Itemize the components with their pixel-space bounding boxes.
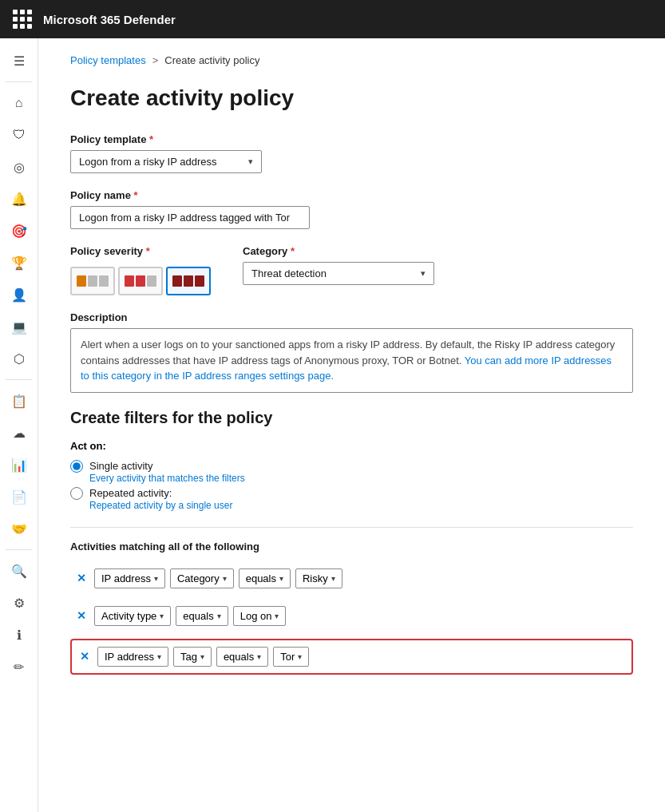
repeated-activity-radio[interactable] — [70, 487, 83, 500]
breadcrumb-policy-templates[interactable]: Policy templates — [70, 54, 146, 66]
policy-name-label: Policy name — [70, 189, 633, 201]
policy-name-section: Policy name — [70, 189, 633, 229]
filter-row-1: ✕ IP address ▾ Category ▾ equals ▾ Risky… — [70, 564, 633, 593]
filter-row-3-col2[interactable]: Tag ▾ — [173, 647, 212, 667]
description-label: Description — [70, 311, 633, 323]
breadcrumb: Policy templates > Create activity polic… — [70, 54, 633, 66]
user-icon[interactable]: 👤 — [5, 280, 34, 309]
breadcrumb-current: Create activity policy — [164, 54, 259, 66]
settings-icon[interactable]: ⚙ — [5, 588, 34, 617]
repeated-activity-label: Repeated activity: — [89, 487, 172, 499]
report-icon[interactable]: 📄 — [5, 482, 34, 511]
filter-row-1-col3-arrow: ▾ — [279, 574, 283, 583]
activities-label: Activities matching all of the following — [70, 541, 633, 553]
filters-title: Create filters for the policy — [70, 409, 633, 427]
filter-row-3-col4-arrow: ▾ — [298, 652, 302, 661]
severity-medium-button[interactable] — [118, 267, 163, 295]
filter-row-2-col2[interactable]: equals ▾ — [176, 606, 228, 626]
filter-row-2: ✕ Activity type ▾ equals ▾ Log on ▾ — [70, 601, 633, 631]
single-activity-radio[interactable] — [70, 460, 83, 473]
single-activity-label: Single activity — [89, 460, 152, 472]
radar-icon[interactable]: ◎ — [5, 152, 34, 181]
category-label: Category — [243, 245, 434, 257]
policy-template-value: Logon from a risky IP address — [79, 156, 216, 168]
severity-high-button[interactable] — [166, 267, 211, 295]
filter-row-2-col1[interactable]: Activity type ▾ — [94, 606, 171, 626]
filter-row-1-col2[interactable]: Category ▾ — [170, 568, 234, 588]
shield-icon[interactable]: 🛡 — [5, 121, 34, 149]
home-icon[interactable]: ⌂ — [5, 89, 34, 117]
filter-row-1-col3[interactable]: equals ▾ — [239, 568, 291, 588]
category-select[interactable]: Threat detection ▾ — [243, 262, 434, 285]
filter-row-2-col3[interactable]: Log on ▾ — [233, 606, 287, 626]
sidebar-divider-1 — [6, 81, 32, 82]
chart-icon[interactable]: 📊 — [5, 450, 34, 479]
description-section: Description Alert when a user logs on to… — [70, 311, 633, 393]
filter-row-1-col2-arrow: ▾ — [223, 574, 227, 583]
filter-row-3-col1-arrow: ▾ — [157, 652, 161, 661]
partner-icon[interactable]: 🤝 — [5, 514, 34, 543]
category-value: Threat detection — [251, 267, 327, 279]
filter-row-1-col4-arrow: ▾ — [331, 574, 335, 583]
policy-name-input[interactable] — [70, 206, 310, 229]
severity-label: Policy severity — [70, 245, 211, 257]
alert-icon[interactable]: 🔔 — [5, 184, 34, 213]
filter-row-1-col4[interactable]: Risky ▾ — [295, 568, 342, 588]
filter-row-2-col2-arrow: ▾ — [217, 612, 221, 620]
severity-category-row: Policy severity — [70, 245, 633, 295]
policy-template-label: Policy template — [70, 133, 633, 145]
sidebar-divider-2 — [6, 379, 32, 380]
menu-icon[interactable]: ☰ — [5, 46, 34, 75]
topbar: Microsoft 365 Defender — [0, 0, 665, 38]
description-box: Alert when a user logs on to your sancti… — [70, 328, 633, 393]
filter-row-3-col3-arrow: ▾ — [257, 652, 261, 661]
severity-buttons — [70, 267, 211, 295]
policy-icon[interactable]: 📋 — [5, 386, 34, 415]
severity-group: Policy severity — [70, 245, 211, 295]
nodes-icon[interactable]: ⬡ — [5, 344, 34, 373]
edit-icon[interactable]: ✏ — [5, 652, 34, 681]
trophy-icon[interactable]: 🏆 — [5, 248, 34, 277]
filter-row-3-col4[interactable]: Tor ▾ — [273, 647, 309, 667]
device-icon[interactable]: 💻 — [5, 312, 34, 341]
policy-template-select[interactable]: Logon from a risky IP address ▾ — [70, 150, 262, 173]
filter-row-1-col1[interactable]: IP address ▾ — [94, 568, 165, 588]
cloud-icon[interactable]: ☁ — [5, 418, 34, 447]
policy-template-section: Policy template Logon from a risky IP ad… — [70, 133, 633, 173]
info-icon[interactable]: ℹ — [5, 620, 34, 649]
filter-row-2-remove[interactable]: ✕ — [77, 609, 89, 622]
section-divider — [70, 527, 633, 528]
category-group: Category Threat detection ▾ — [243, 245, 434, 285]
filter-row-2-col1-arrow: ▾ — [160, 612, 164, 620]
act-on-label: Act on: — [70, 440, 633, 452]
content-area: Policy templates > Create activity polic… — [38, 38, 665, 812]
sidebar: ☰ ⌂ 🛡 ◎ 🔔 🎯 🏆 👤 💻 ⬡ 📋 ☁ 📊 📄 🤝 🔍 ⚙ ℹ ✏ — [0, 38, 38, 812]
hunt-icon[interactable]: 🎯 — [5, 216, 34, 245]
category-arrow-icon: ▾ — [421, 268, 426, 279]
filter-row-3-col3[interactable]: equals ▾ — [216, 647, 268, 667]
filter-row-3-col2-arrow: ▾ — [200, 652, 204, 661]
filter-row-3: ✕ IP address ▾ Tag ▾ equals ▾ Tor ▾ — [70, 639, 633, 675]
app-title: Microsoft 365 Defender — [43, 13, 176, 26]
filter-row-1-col1-arrow: ▾ — [154, 574, 158, 583]
filter-row-1-remove[interactable]: ✕ — [77, 572, 89, 584]
severity-low-button[interactable] — [70, 267, 115, 295]
app-grid-icon[interactable] — [13, 10, 32, 29]
repeated-activity-option: Repeated activity: Repeated activity by … — [70, 487, 633, 511]
breadcrumb-separator: > — [152, 54, 159, 66]
filter-row-3-col1[interactable]: IP address ▾ — [97, 647, 168, 667]
repeated-activity-sublabel: Repeated activity by a single user — [89, 500, 633, 511]
single-activity-option: Single activity Every activity that matc… — [70, 460, 633, 484]
page-title: Create activity policy — [70, 85, 633, 111]
filter-row-3-remove[interactable]: ✕ — [80, 650, 93, 663]
radio-group: Single activity Every activity that matc… — [70, 460, 633, 511]
single-activity-sublabel: Every activity that matches the filters — [89, 473, 633, 484]
filter-row-2-col3-arrow: ▾ — [275, 612, 279, 620]
policy-template-arrow-icon: ▾ — [248, 156, 253, 167]
sidebar-divider-3 — [6, 549, 32, 550]
search-icon[interactable]: 🔍 — [5, 557, 34, 585]
